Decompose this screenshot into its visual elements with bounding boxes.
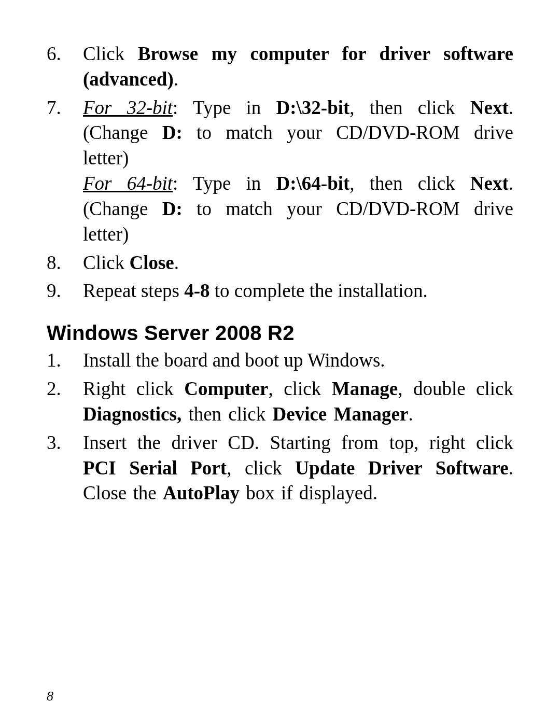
bold-text: D: (162, 122, 183, 143)
bold-text: Close (129, 252, 174, 273)
text: to complete the installation. (210, 280, 428, 301)
section-heading: Windows Server 2008 R2 (47, 321, 513, 345)
bold-text: Next (470, 173, 509, 194)
step-number: 8. (47, 250, 83, 276)
bold-text: D:\64-bit (276, 173, 350, 194)
text: : Type in (173, 173, 276, 194)
text: , then click (349, 173, 470, 194)
bold-text: D:\32-bit (276, 97, 350, 118)
step-1: 1. Install the board and boot up Windows… (47, 348, 513, 373)
text: , click (269, 378, 332, 399)
text: Right click (83, 378, 184, 399)
bold-text: AutoPlay (163, 482, 240, 503)
text: , click (227, 457, 295, 479)
step-2: 2. Right click Computer, click Manage, d… (47, 376, 513, 427)
step-number: 9. (47, 278, 83, 304)
step-number: 3. (47, 430, 83, 506)
text: Click (83, 43, 138, 64)
step-number: 7. (47, 95, 83, 247)
bold-text: D: (162, 198, 183, 219)
bold-text: Computer (184, 378, 268, 399)
bold-text: 4-8 (184, 280, 209, 301)
underline-italic: For 32-bit (83, 97, 173, 118)
step-number: 6. (47, 41, 83, 92)
text: Click (83, 252, 129, 273)
text: Install the board and boot up Windows. (83, 348, 513, 373)
bold-text: PCI Serial Port (83, 457, 227, 479)
bold-text: Next (470, 97, 509, 118)
step-3: 3. Insert the driver CD. Starting from t… (47, 430, 513, 506)
underline-italic: For 64-bit (83, 173, 173, 194)
text: . (174, 252, 179, 273)
step-8: 8. Click Close. (47, 250, 513, 276)
bold-text: Diagnostics, (83, 403, 181, 425)
text: , then click (349, 97, 470, 118)
page-number: 8 (47, 689, 53, 704)
page: 6. Click Browse my computer for driver s… (0, 0, 560, 728)
bold-text: Device Manager (273, 403, 409, 425)
bold-text: Update Driver Software (295, 457, 508, 479)
text: then click (181, 403, 272, 425)
text: , double click (398, 378, 513, 399)
text: . (174, 68, 178, 90)
text: Repeat steps (83, 280, 184, 301)
bold-text: Manage (332, 378, 398, 399)
instruction-list-continued: 6. Click Browse my computer for driver s… (47, 41, 513, 304)
step-7: 7. For 32-bit: Type in D:\32-bit, then c… (47, 95, 513, 247)
step-number: 1. (47, 348, 83, 373)
bold-text: Browse my computer for driver software (… (83, 43, 513, 90)
instruction-list-2008r2: 1. Install the board and boot up Windows… (47, 348, 513, 506)
step-9: 9. Repeat steps 4-8 to complete the inst… (47, 278, 513, 304)
step-6: 6. Click Browse my computer for driver s… (47, 41, 513, 92)
text: box if displayed. (240, 482, 377, 503)
text: : Type in (173, 97, 276, 118)
text: Insert the driver CD. Starting from top,… (83, 432, 513, 453)
text: . (408, 403, 413, 425)
step-number: 2. (47, 376, 83, 427)
